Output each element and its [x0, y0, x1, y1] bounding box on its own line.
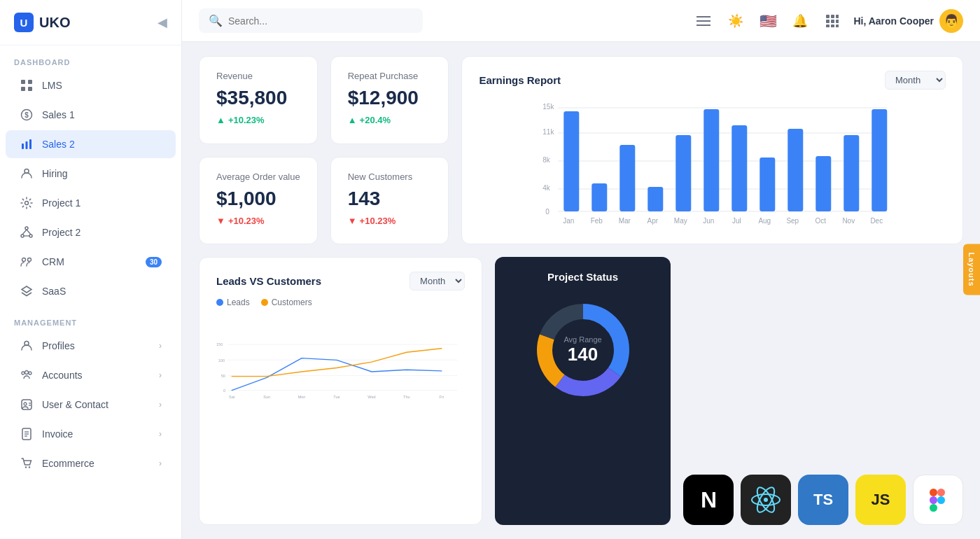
user-info: Hi, Aaron Cooper 👨 [853, 9, 963, 33]
chevron-right-icon: › [159, 400, 162, 410]
sidebar-item-saas[interactable]: SaaS [6, 277, 176, 305]
donut-center: Avg Range 140 [564, 335, 601, 365]
arrow-down-icon: ▼ [216, 216, 225, 226]
sidebar-item-project1[interactable]: Project 1 [6, 189, 176, 217]
svg-text:Aug: Aug [759, 217, 771, 225]
stat-card-aov: Average Order value $1,000 ▼ +10.23% [199, 157, 318, 245]
svg-rect-37 [831, 15, 834, 18]
svg-rect-60 [704, 109, 720, 211]
content-area: Revenue $35,800 ▲ +10.23% Repeat Purchas… [182, 42, 980, 539]
crm-icon [20, 255, 34, 269]
notification-icon[interactable]: 🔔 [789, 10, 811, 32]
sidebar-item-sales1[interactable]: $ Sales 1 [6, 101, 176, 129]
stat-label: Repeat Purchase [348, 71, 432, 81]
svg-point-11 [25, 227, 28, 230]
gear-icon [20, 196, 34, 210]
section-label-management: MANAGEMENT [0, 306, 181, 331]
theme-icon[interactable]: ☀️ [724, 10, 747, 32]
chevron-right-icon: › [159, 458, 162, 468]
stat-change: ▼ +10.23% [216, 216, 300, 226]
stat-change: ▼ +10.23% [348, 216, 432, 226]
sidebar-item-label: Accounts [42, 370, 83, 381]
sidebar-item-label: Ecommerce [42, 458, 94, 469]
collapse-button[interactable]: ◀ [158, 15, 167, 30]
sidebar-item-project2[interactable]: Project 2 [6, 218, 176, 246]
donut-label: Avg Range [564, 335, 601, 344]
svg-rect-39 [826, 20, 830, 23]
search-input[interactable] [228, 15, 413, 27]
sidebar-item-invoice[interactable]: Invoice › [6, 420, 176, 448]
svg-text:50: 50 [221, 374, 225, 378]
tech-icons-row: N TS JS [683, 475, 963, 525]
stat-change-text: +10.23% [228, 115, 265, 125]
svg-point-24 [24, 402, 27, 405]
stat-label: Average Order value [216, 172, 300, 182]
svg-text:Mon: Mon [298, 395, 306, 399]
search-box[interactable]: 🔍 [199, 8, 423, 33]
svg-rect-6 [22, 144, 24, 149]
svg-text:4k: 4k [543, 184, 552, 192]
svg-point-10 [25, 202, 29, 205]
stat-label: Revenue [216, 71, 300, 81]
sidebar-item-accounts[interactable]: Accounts › [6, 361, 176, 389]
svg-rect-103 [930, 496, 937, 504]
sidebar-item-hiring[interactable]: Hiring [6, 160, 176, 188]
layouts-tab[interactable]: Layouts [963, 244, 980, 295]
svg-text:Apr: Apr [648, 217, 659, 225]
svg-rect-57 [620, 145, 636, 211]
stat-label: New Customers [348, 172, 432, 182]
svg-rect-55 [564, 111, 580, 211]
svg-rect-58 [648, 187, 664, 211]
apps-icon[interactable] [821, 10, 844, 32]
legend-customers: Customers [261, 298, 312, 307]
shop-icon [20, 456, 34, 470]
svg-text:Jul: Jul [732, 217, 741, 225]
leads-chart-card: Leads VS Customers Month Leads Customers [199, 257, 482, 525]
user-greeting: Hi, Aaron Cooper [853, 15, 934, 27]
language-icon[interactable]: 🇺🇸 [757, 10, 779, 32]
chart-title: Leads VS Customers [216, 275, 321, 287]
sidebar-item-label: Profiles [42, 340, 75, 351]
earnings-header: Earnings Report Month Quarter Year [479, 71, 946, 90]
chevron-right-icon: › [159, 341, 162, 351]
svg-text:Sun: Sun [263, 395, 270, 399]
customers-dot [261, 299, 268, 306]
svg-line-14 [22, 230, 27, 234]
chart-period-select[interactable]: Month [410, 272, 465, 290]
accounts-icon [20, 368, 34, 382]
sidebar-item-usercontact[interactable]: User & Contact › [6, 391, 176, 419]
svg-text:Sep: Sep [787, 217, 799, 225]
svg-text:15k: 15k [543, 103, 555, 111]
sidebar-item-label: SaaS [42, 286, 66, 297]
svg-point-101 [764, 498, 768, 502]
sidebar-item-ecommerce[interactable]: Ecommerce › [6, 449, 176, 477]
typescript-icon: TS [798, 475, 848, 525]
svg-text:Tue: Tue [333, 395, 340, 399]
sidebar-item-crm[interactable]: CRM 30 [6, 248, 176, 276]
svg-text:Feb: Feb [591, 217, 603, 225]
stat-card-repeat: Repeat Purchase $12,900 ▲ +20.4% [330, 56, 449, 144]
sidebar-item-label: Sales 1 [42, 109, 75, 120]
menu-icon[interactable] [692, 10, 715, 32]
stats-grid: Revenue $35,800 ▲ +10.23% Repeat Purchas… [199, 56, 449, 244]
svg-rect-102 [930, 489, 937, 496]
svg-text:Nov: Nov [843, 217, 855, 225]
svg-rect-104 [930, 504, 937, 512]
sidebar-item-lms[interactable]: LMS [6, 71, 176, 99]
svg-rect-56 [592, 183, 608, 211]
chart-icon [20, 137, 34, 151]
svg-rect-41 [836, 20, 839, 23]
svg-rect-42 [826, 24, 830, 27]
svg-point-22 [22, 372, 24, 374]
svg-rect-38 [836, 15, 839, 18]
legend-leads: Leads [216, 298, 250, 307]
svg-point-17 [22, 258, 26, 262]
month-select[interactable]: Month Quarter Year [885, 71, 946, 90]
svg-rect-3 [28, 87, 32, 91]
donut-value: 140 [564, 344, 601, 365]
svg-text:$: $ [24, 111, 29, 119]
sidebar-item-profiles[interactable]: Profiles › [6, 332, 176, 360]
donut-chart: Avg Range 140 [527, 294, 639, 406]
sidebar-item-sales2[interactable]: Sales 2 [6, 130, 176, 158]
svg-rect-8 [29, 139, 31, 149]
